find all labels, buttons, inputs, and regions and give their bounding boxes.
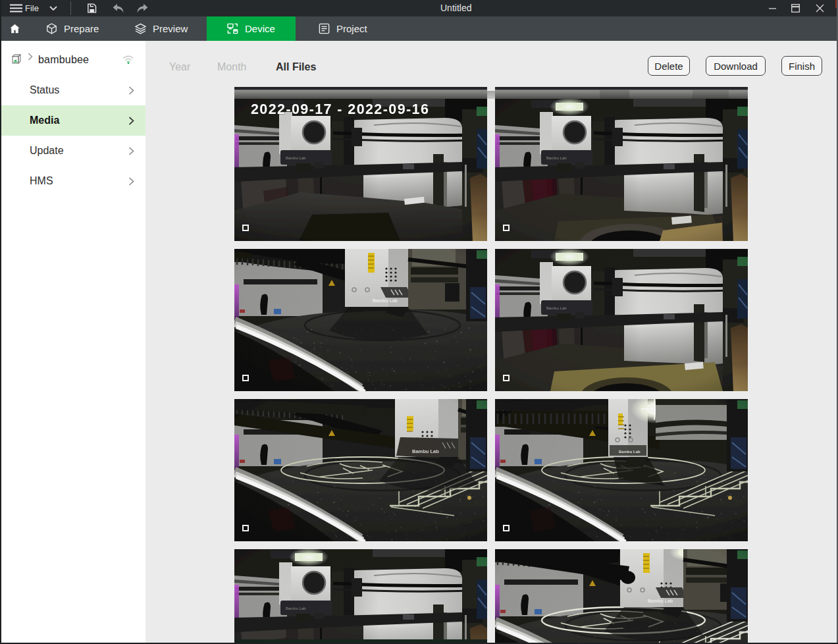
svg-text:2022-09-17 - 2022-09-16: 2022-09-17 - 2022-09-16 bbox=[251, 101, 429, 117]
